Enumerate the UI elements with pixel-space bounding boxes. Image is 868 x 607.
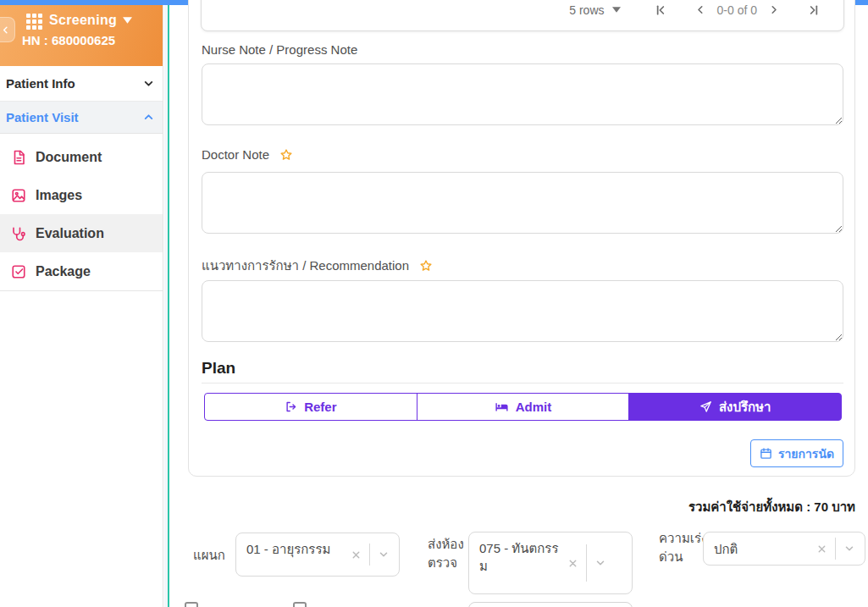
department-select-value: 01 - อายุรกรรม <box>246 533 347 576</box>
select-partial[interactable] <box>468 602 633 607</box>
sidebar-header: Screening HN : 680000625 <box>0 5 163 66</box>
checkbox[interactable] <box>185 602 198 607</box>
appointment-list-button-label: รายการนัด <box>778 444 834 463</box>
previous-page-button[interactable] <box>690 0 712 21</box>
patient-hn: HN : 680000625 <box>22 33 115 47</box>
clear-x-icon[interactable] <box>813 540 830 557</box>
doctor-note-textarea[interactable] <box>202 172 843 234</box>
chevron-up-icon <box>143 112 154 123</box>
appointment-list-button[interactable]: รายการนัด <box>750 439 843 467</box>
recommendation-label: แนวทางการรักษา / Recommendation <box>202 256 433 276</box>
sidebar-item-label: Images <box>36 188 82 203</box>
section-label: Patient Visit <box>6 110 79 124</box>
nurse-note-textarea[interactable] <box>202 63 843 125</box>
send-consult-button-label: ส่งปรึกษา <box>719 397 771 417</box>
send-consult-button[interactable]: ส่งปรึกษา <box>628 393 842 421</box>
exam-room-select[interactable]: 075 - ทันตกรรม <box>468 532 633 594</box>
admit-button[interactable]: Admit <box>417 393 630 421</box>
checkbox[interactable] <box>293 602 307 607</box>
chevron-down-icon[interactable] <box>375 546 392 563</box>
table-pagination-bar: 5 rows 0-0 of 0 <box>201 0 844 31</box>
stethoscope-icon <box>11 226 26 241</box>
department-label: แผนก <box>193 546 235 565</box>
select-divider <box>369 544 370 566</box>
recommendation-textarea[interactable] <box>202 280 843 342</box>
calendar-icon <box>760 447 772 460</box>
doctor-note-label-text: Doctor Note <box>202 147 269 162</box>
rows-per-page-value: 5 rows <box>569 3 604 17</box>
plan-divider <box>202 383 843 384</box>
sidebar-item-document[interactable]: Document <box>0 138 163 176</box>
sidebar-item-label: Package <box>36 264 91 279</box>
urgency-select[interactable]: ปกติ <box>703 532 865 566</box>
app-title: Screening <box>49 13 117 28</box>
urgency-label: ความเร่งด่วน <box>659 529 708 566</box>
apps-grid-icon[interactable] <box>26 14 42 30</box>
chevron-down-icon[interactable] <box>841 540 858 557</box>
urgency-select-value: ปกติ <box>714 540 813 558</box>
section-label: Patient Info <box>6 76 75 91</box>
image-icon <box>11 188 26 203</box>
total-cost-text: รวมค่าใช้จ่ายทั้งหมด : 70 บาท <box>508 497 855 517</box>
refer-button[interactable]: Refer <box>204 393 417 421</box>
last-page-button[interactable] <box>803 0 825 21</box>
caret-down-icon <box>123 17 132 24</box>
caret-down-icon <box>612 7 621 13</box>
sidebar-item-evaluation[interactable]: Evaluation <box>0 214 163 252</box>
favorite-star-icon[interactable] <box>279 148 293 162</box>
app-switcher[interactable]: Screening <box>49 13 132 28</box>
sidebar-item-label: Evaluation <box>36 226 104 241</box>
next-page-button[interactable] <box>762 0 784 21</box>
sidebar-section-patient-visit[interactable]: Patient Visit <box>0 102 163 134</box>
chevron-down-icon[interactable] <box>592 555 609 571</box>
chevron-down-icon <box>143 78 154 89</box>
sidebar-section-patient-info[interactable]: Patient Info <box>0 66 163 102</box>
sidebar: Screening HN : 680000625 Patient Info Pa… <box>0 5 163 607</box>
bed-icon <box>495 400 509 414</box>
department-select[interactable]: 01 - อายุรกรรม <box>235 533 400 577</box>
screen: Screening HN : 680000625 Patient Info Pa… <box>0 0 868 607</box>
document-icon <box>11 150 26 165</box>
refer-icon <box>285 400 297 413</box>
clear-x-icon[interactable] <box>347 546 364 563</box>
rows-per-page-select[interactable]: 5 rows <box>569 3 620 17</box>
sidebar-item-package[interactable]: Package <box>0 252 163 290</box>
send-icon <box>699 400 712 413</box>
favorite-star-icon[interactable] <box>419 259 433 273</box>
select-divider <box>586 544 587 582</box>
nurse-note-label: Nurse Note / Progress Note <box>202 42 357 57</box>
doctor-note-label: Doctor Note <box>202 147 293 162</box>
page-range-label: 0-0 of 0 <box>717 3 757 17</box>
sidebar-item-images[interactable]: Images <box>0 176 163 214</box>
admit-button-label: Admit <box>516 400 552 414</box>
select-divider <box>835 538 836 560</box>
package-check-icon <box>11 264 26 279</box>
sidebar-item-label: Document <box>36 150 102 165</box>
first-page-button[interactable] <box>650 0 672 21</box>
plan-button-group: Refer Admit ส่งปรึกษา <box>204 393 842 421</box>
sidebar-divider <box>0 290 163 291</box>
collapse-sidebar-button[interactable] <box>0 17 15 42</box>
exam-room-label: ส่งห้องตรวจ <box>428 535 467 572</box>
chevron-left-icon <box>1 25 10 35</box>
clear-x-icon[interactable] <box>564 555 581 571</box>
nurse-note-label-text: Nurse Note / Progress Note <box>202 42 357 57</box>
refer-button-label: Refer <box>304 400 336 414</box>
exam-room-select-value: 075 - ทันตกรรม <box>479 533 564 593</box>
recommendation-label-text: แนวทางการรักษา / Recommendation <box>202 256 409 276</box>
plan-heading: Plan <box>202 359 235 378</box>
teal-divider-line <box>168 5 169 607</box>
